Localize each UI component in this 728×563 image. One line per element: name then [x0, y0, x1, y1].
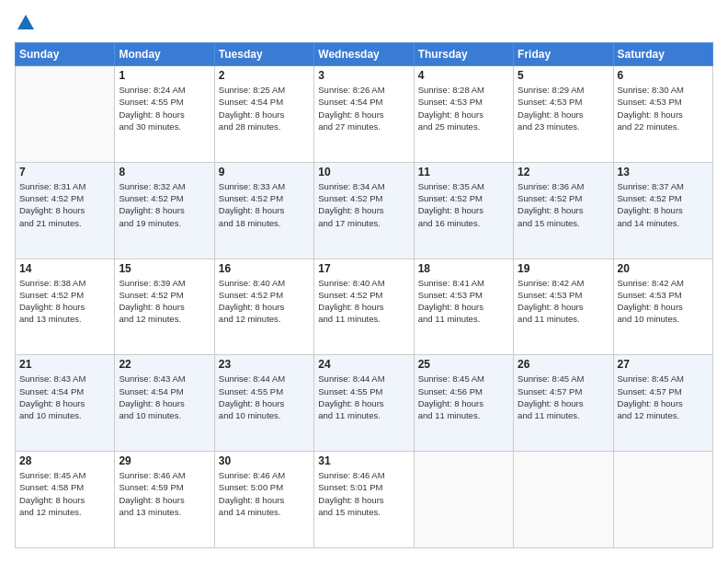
day-info: Sunrise: 8:25 AMSunset: 4:54 PMDaylight:… [219, 84, 310, 132]
day-number: 1 [119, 69, 210, 82]
day-number: 4 [418, 69, 509, 82]
day-info: Sunrise: 8:40 AMSunset: 4:52 PMDaylight:… [318, 277, 409, 326]
day-info: Sunrise: 8:41 AMSunset: 4:53 PMDaylight:… [418, 277, 509, 326]
day-info: Sunrise: 8:39 AMSunset: 4:52 PMDaylight:… [119, 277, 210, 326]
day-info: Sunrise: 8:46 AMSunset: 5:00 PMDaylight:… [219, 469, 310, 518]
day-info: Sunrise: 8:42 AMSunset: 4:53 PMDaylight:… [518, 277, 609, 326]
calendar-cell: 10Sunrise: 8:34 AMSunset: 4:52 PMDayligh… [314, 162, 414, 259]
calendar-cell [414, 452, 513, 548]
calendar-cell: 18Sunrise: 8:41 AMSunset: 4:53 PMDayligh… [414, 259, 513, 355]
calendar-cell: 21Sunrise: 8:43 AMSunset: 4:54 PMDayligh… [16, 355, 115, 452]
day-number: 8 [119, 166, 210, 178]
day-info: Sunrise: 8:45 AMSunset: 4:56 PMDaylight:… [418, 373, 509, 421]
col-header-sunday: Sunday [16, 43, 115, 66]
calendar-week-row: 14Sunrise: 8:38 AMSunset: 4:52 PMDayligh… [16, 259, 713, 355]
day-info: Sunrise: 8:34 AMSunset: 4:52 PMDaylight:… [318, 180, 409, 229]
calendar-cell: 31Sunrise: 8:46 AMSunset: 5:01 PMDayligh… [314, 452, 414, 548]
day-number: 5 [518, 69, 609, 82]
day-number: 28 [19, 454, 110, 467]
calendar-cell: 9Sunrise: 8:33 AMSunset: 4:52 PMDaylight… [214, 162, 313, 259]
day-number: 2 [219, 69, 310, 82]
calendar-cell [514, 452, 613, 548]
calendar-week-row: 7Sunrise: 8:31 AMSunset: 4:52 PMDaylight… [16, 162, 713, 259]
calendar-cell: 30Sunrise: 8:46 AMSunset: 5:00 PMDayligh… [214, 452, 313, 548]
logo [15, 15, 36, 31]
day-number: 18 [418, 262, 509, 275]
day-info: Sunrise: 8:37 AMSunset: 4:52 PMDaylight:… [618, 180, 709, 229]
day-info: Sunrise: 8:45 AMSunset: 4:57 PMDaylight:… [518, 373, 609, 421]
col-header-tuesday: Tuesday [214, 43, 313, 66]
day-info: Sunrise: 8:45 AMSunset: 4:57 PMDaylight:… [618, 373, 709, 421]
day-info: Sunrise: 8:38 AMSunset: 4:52 PMDaylight:… [19, 277, 110, 326]
day-number: 15 [119, 262, 210, 275]
day-info: Sunrise: 8:24 AMSunset: 4:55 PMDaylight:… [119, 84, 210, 132]
calendar-cell: 8Sunrise: 8:32 AMSunset: 4:52 PMDaylight… [115, 162, 214, 259]
page: SundayMondayTuesdayWednesdayThursdayFrid… [0, 0, 728, 563]
day-info: Sunrise: 8:29 AMSunset: 4:53 PMDaylight:… [518, 84, 609, 132]
day-info: Sunrise: 8:43 AMSunset: 4:54 PMDaylight:… [119, 373, 210, 421]
calendar-cell: 4Sunrise: 8:28 AMSunset: 4:53 PMDaylight… [414, 66, 513, 163]
day-info: Sunrise: 8:33 AMSunset: 4:52 PMDaylight:… [219, 180, 310, 229]
calendar-cell: 25Sunrise: 8:45 AMSunset: 4:56 PMDayligh… [414, 355, 513, 452]
calendar-cell: 15Sunrise: 8:39 AMSunset: 4:52 PMDayligh… [115, 259, 214, 355]
calendar-cell: 2Sunrise: 8:25 AMSunset: 4:54 PMDaylight… [214, 66, 313, 163]
day-number: 23 [219, 358, 310, 371]
day-number: 9 [219, 166, 310, 178]
calendar-week-row: 21Sunrise: 8:43 AMSunset: 4:54 PMDayligh… [16, 355, 713, 452]
day-number: 14 [19, 262, 110, 275]
day-number: 25 [418, 358, 509, 371]
calendar-cell: 7Sunrise: 8:31 AMSunset: 4:52 PMDaylight… [16, 162, 115, 259]
day-info: Sunrise: 8:46 AMSunset: 5:01 PMDaylight:… [318, 469, 409, 518]
day-number: 7 [19, 166, 110, 178]
logo-icon [16, 13, 36, 33]
col-header-monday: Monday [115, 43, 214, 66]
day-info: Sunrise: 8:30 AMSunset: 4:53 PMDaylight:… [618, 84, 709, 132]
calendar-cell: 16Sunrise: 8:40 AMSunset: 4:52 PMDayligh… [214, 259, 313, 355]
day-info: Sunrise: 8:26 AMSunset: 4:54 PMDaylight:… [318, 84, 409, 132]
day-number: 17 [318, 262, 409, 275]
day-info: Sunrise: 8:45 AMSunset: 4:58 PMDaylight:… [19, 469, 110, 518]
calendar-cell: 23Sunrise: 8:44 AMSunset: 4:55 PMDayligh… [214, 355, 313, 452]
calendar-cell: 20Sunrise: 8:42 AMSunset: 4:53 PMDayligh… [613, 259, 712, 355]
calendar-cell [16, 66, 115, 163]
day-number: 22 [119, 358, 210, 371]
calendar-cell: 27Sunrise: 8:45 AMSunset: 4:57 PMDayligh… [613, 355, 712, 452]
calendar-cell: 24Sunrise: 8:44 AMSunset: 4:55 PMDayligh… [314, 355, 414, 452]
calendar-table: SundayMondayTuesdayWednesdayThursdayFrid… [15, 42, 713, 548]
day-number: 12 [518, 166, 609, 178]
calendar-cell: 1Sunrise: 8:24 AMSunset: 4:55 PMDaylight… [115, 66, 214, 163]
calendar-week-row: 1Sunrise: 8:24 AMSunset: 4:55 PMDaylight… [16, 66, 713, 163]
calendar-cell: 5Sunrise: 8:29 AMSunset: 4:53 PMDaylight… [514, 66, 613, 163]
day-info: Sunrise: 8:32 AMSunset: 4:52 PMDaylight:… [119, 180, 210, 229]
day-number: 29 [119, 454, 210, 467]
calendar-cell: 11Sunrise: 8:35 AMSunset: 4:52 PMDayligh… [414, 162, 513, 259]
day-info: Sunrise: 8:36 AMSunset: 4:52 PMDaylight:… [518, 180, 609, 229]
day-number: 11 [418, 166, 509, 178]
day-info: Sunrise: 8:35 AMSunset: 4:52 PMDaylight:… [418, 180, 509, 229]
day-info: Sunrise: 8:40 AMSunset: 4:52 PMDaylight:… [219, 277, 310, 326]
day-info: Sunrise: 8:44 AMSunset: 4:55 PMDaylight:… [219, 373, 310, 421]
calendar-cell: 6Sunrise: 8:30 AMSunset: 4:53 PMDaylight… [613, 66, 712, 163]
day-number: 20 [618, 262, 709, 275]
calendar-cell: 13Sunrise: 8:37 AMSunset: 4:52 PMDayligh… [613, 162, 712, 259]
col-header-thursday: Thursday [414, 43, 513, 66]
day-info: Sunrise: 8:42 AMSunset: 4:53 PMDaylight:… [618, 277, 709, 326]
day-number: 31 [318, 454, 409, 467]
calendar-cell: 26Sunrise: 8:45 AMSunset: 4:57 PMDayligh… [514, 355, 613, 452]
calendar-cell: 14Sunrise: 8:38 AMSunset: 4:52 PMDayligh… [16, 259, 115, 355]
calendar-header-row: SundayMondayTuesdayWednesdayThursdayFrid… [16, 43, 713, 66]
calendar-cell: 29Sunrise: 8:46 AMSunset: 4:59 PMDayligh… [115, 452, 214, 548]
day-info: Sunrise: 8:28 AMSunset: 4:53 PMDaylight:… [418, 84, 509, 132]
day-info: Sunrise: 8:31 AMSunset: 4:52 PMDaylight:… [19, 180, 110, 229]
day-number: 10 [318, 166, 409, 178]
calendar-week-row: 28Sunrise: 8:45 AMSunset: 4:58 PMDayligh… [16, 452, 713, 548]
calendar-cell: 17Sunrise: 8:40 AMSunset: 4:52 PMDayligh… [314, 259, 414, 355]
svg-marker-0 [17, 15, 34, 29]
day-number: 6 [618, 69, 709, 82]
header [15, 15, 713, 31]
day-info: Sunrise: 8:43 AMSunset: 4:54 PMDaylight:… [19, 373, 110, 421]
day-number: 16 [219, 262, 310, 275]
day-number: 13 [618, 166, 709, 178]
col-header-saturday: Saturday [613, 43, 712, 66]
day-number: 3 [318, 69, 409, 82]
